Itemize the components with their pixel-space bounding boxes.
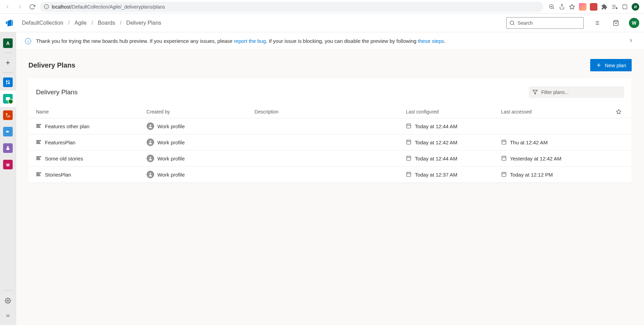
- last-configured-text: Today at 12:42 AM: [415, 140, 457, 145]
- testplans-tile[interactable]: [0, 140, 16, 156]
- browser-toolbar: localhost/DefaultCollection/Agile/_deliv…: [0, 0, 644, 14]
- info-circle-icon: [44, 4, 49, 9]
- arrow-right-icon: [17, 4, 23, 10]
- expand-tile[interactable]: [0, 309, 16, 322]
- plan-icon: [36, 171, 41, 178]
- calendar-icon: [501, 139, 507, 146]
- back-button[interactable]: [3, 2, 12, 12]
- browser-profile-avatar[interactable]: И: [632, 3, 639, 11]
- panel-button[interactable]: [621, 3, 628, 10]
- svg-rect-73: [37, 175, 40, 176]
- overview-tile[interactable]: [0, 74, 16, 91]
- forward-button[interactable]: [15, 2, 25, 12]
- share-icon: [559, 4, 565, 10]
- col-name[interactable]: Name: [28, 106, 143, 118]
- settings-tile[interactable]: [0, 294, 16, 307]
- arrow-left-icon: [4, 4, 11, 10]
- extension-icon-1[interactable]: [579, 3, 586, 11]
- col-description[interactable]: Description: [251, 106, 402, 118]
- col-favorite[interactable]: [606, 106, 632, 118]
- rail-separator: [3, 290, 13, 291]
- svg-rect-43: [407, 124, 411, 128]
- pipelines-tile[interactable]: [0, 123, 16, 140]
- col-last-accessed[interactable]: Last accessed: [498, 106, 606, 118]
- share-button[interactable]: [558, 3, 565, 10]
- magnify-plus-icon: [549, 4, 555, 10]
- svg-rect-39: [37, 124, 41, 125]
- extension-icon-2[interactable]: [590, 3, 597, 11]
- testplans-icon: [3, 143, 13, 153]
- reload-button[interactable]: [27, 2, 37, 12]
- created-by-name: Work profile: [158, 156, 185, 161]
- svg-marker-37: [533, 90, 537, 94]
- svg-rect-60: [37, 158, 39, 158]
- last-accessed-text: Today at 12:12 PM: [510, 172, 553, 178]
- plan-name: FeaturesPlan: [45, 140, 75, 145]
- plan-name: Features other plan: [45, 123, 89, 129]
- playlist-button[interactable]: [611, 3, 618, 10]
- app-header: DefaultCollection / Agile / Boards / Del…: [0, 14, 644, 32]
- boards-icon: [3, 94, 13, 104]
- repos-tile[interactable]: [0, 107, 16, 123]
- table-row[interactable]: Some old storiesWork profileToday at 12:…: [28, 151, 632, 167]
- banner-next-button[interactable]: [627, 36, 635, 46]
- svg-point-34: [7, 300, 9, 302]
- filter-box[interactable]: [529, 86, 624, 98]
- plus-icon: [3, 58, 13, 68]
- plan-icon: [36, 155, 41, 162]
- svg-marker-38: [616, 109, 621, 114]
- svg-point-62: [149, 157, 151, 158]
- bookmark-button[interactable]: [569, 3, 575, 10]
- project-tile[interactable]: A: [0, 35, 16, 51]
- dashboard-icon: [3, 77, 13, 87]
- col-created-by[interactable]: Created by: [143, 106, 251, 118]
- filter-icon: [532, 89, 538, 95]
- svg-rect-51: [407, 140, 411, 144]
- last-accessed-text: Thu at 12:42 AM: [510, 140, 548, 145]
- breadcrumb-item-1[interactable]: Agile: [74, 20, 87, 26]
- filter-input[interactable]: [541, 89, 621, 95]
- market-button[interactable]: [610, 17, 622, 29]
- reload-icon: [29, 4, 35, 10]
- created-by-name: Work profile: [158, 123, 185, 129]
- zoom-button[interactable]: [548, 3, 555, 10]
- artifacts-tile[interactable]: [0, 156, 16, 173]
- svg-rect-67: [502, 156, 506, 160]
- report-bug-link[interactable]: report the bug: [234, 38, 266, 44]
- search-input[interactable]: [518, 20, 581, 26]
- star-outline-icon: [616, 109, 621, 115]
- col-last-configured[interactable]: Last configured: [402, 106, 498, 118]
- last-accessed-text: Yesterday at 12:42 AM: [510, 156, 561, 161]
- svg-rect-49: [37, 143, 40, 144]
- table-row[interactable]: FeaturesPlanWork profileToday at 12:42 A…: [28, 134, 632, 151]
- address-bar[interactable]: localhost/DefaultCollection/Agile/_deliv…: [40, 2, 543, 12]
- azure-devops-logo[interactable]: [5, 19, 14, 27]
- user-avatar[interactable]: W: [629, 18, 639, 28]
- new-plan-button[interactable]: New plan: [590, 59, 632, 71]
- svg-rect-13: [623, 5, 627, 9]
- info-icon: i: [25, 38, 31, 44]
- info-banner: i Thank you for trying the new boards hu…: [16, 32, 644, 50]
- these-steps-link[interactable]: these steps: [418, 38, 444, 44]
- svg-rect-32: [6, 164, 10, 165]
- global-search[interactable]: [506, 17, 584, 29]
- url-text: localhost/DefaultCollection/Agile/_deliv…: [52, 4, 165, 10]
- calendar-icon: [501, 155, 507, 162]
- last-configured-text: Today at 12:44 AM: [415, 156, 457, 161]
- boards-tile[interactable]: [0, 91, 16, 107]
- breadcrumb-item-0[interactable]: DefaultCollection: [22, 20, 63, 26]
- table-row[interactable]: StoriesPlanWork profileToday at 12:37 AM…: [28, 167, 632, 183]
- calendar-icon: [406, 171, 411, 178]
- plus-icon: [596, 62, 602, 68]
- person-icon: [147, 171, 154, 178]
- new-item-tile[interactable]: [0, 55, 16, 71]
- extensions-button[interactable]: [601, 3, 608, 10]
- gear-icon: [5, 298, 11, 304]
- breadcrumb-item-3[interactable]: Delivery Plans: [126, 20, 161, 26]
- breadcrumb-item-2[interactable]: Boards: [98, 20, 115, 26]
- list-button[interactable]: [591, 17, 603, 29]
- svg-point-30: [6, 113, 8, 115]
- table-row[interactable]: Features other planWork profileToday at …: [28, 118, 632, 134]
- svg-rect-59: [37, 156, 41, 157]
- svg-rect-79: [502, 172, 506, 176]
